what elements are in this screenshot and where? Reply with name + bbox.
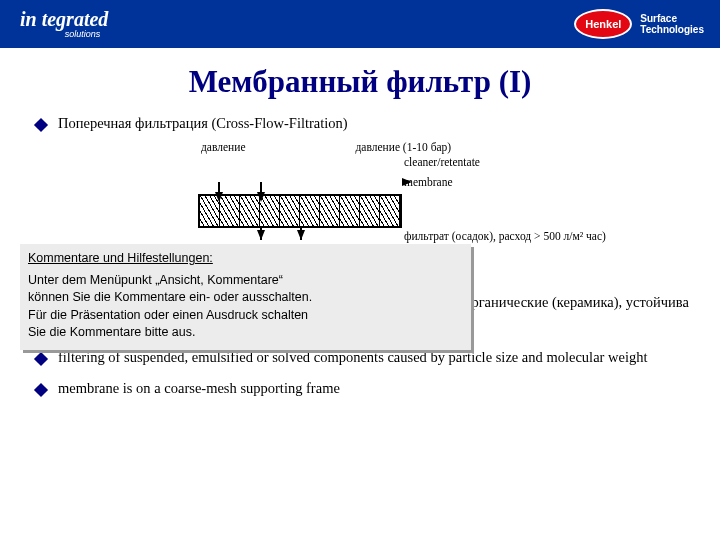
slide-title: Мембранный фильтр (I): [0, 64, 720, 100]
henkel-logo-group: Henkel Surface Technologies: [574, 9, 704, 39]
pressure-label-left: давление: [201, 141, 246, 153]
bullet-diamond-icon: [34, 383, 48, 397]
pressure-label-right: давление (1-10 бар): [356, 141, 452, 153]
surface-tech-label: Surface Technologies: [640, 13, 704, 35]
overlay-line-4: Sie die Kommentare bitte aus.: [28, 324, 463, 342]
membrane-box-icon: [198, 194, 402, 228]
henkel-text: Henkel: [585, 18, 621, 30]
bullet-4-text: filtering of suspended, emulsified or so…: [58, 348, 692, 367]
arrow-down-icon: [215, 192, 223, 202]
filtrate-label: фильтрат (осадок), расход > 500 л/м² час…: [404, 230, 692, 242]
bullet-5: membrane is on a coarse-mesh supporting …: [36, 379, 692, 398]
bullet-1-text: Поперечная фильтрация (Cross-Flow-Filtra…: [58, 114, 692, 133]
logo-sub-text: solutions: [20, 29, 100, 39]
arrow-down-icon: [257, 192, 265, 202]
henkel-oval-icon: Henkel: [574, 9, 632, 39]
bullet-4: filtering of suspended, emulsified or so…: [36, 348, 692, 367]
overlay-line-1: Unter dem Menüpunkt „Ansicht, Kommentare…: [28, 272, 463, 290]
integrated-logo: in tegrated solutions: [20, 9, 108, 39]
diagram-top-labels: давление давление (1-10 бар): [201, 141, 692, 153]
membrane-diagram: давление давление (1-10 бар) cleaner/ret…: [186, 141, 692, 242]
bullet-5-text: membrane is on a coarse-mesh supporting …: [58, 379, 692, 398]
overlay-line-2: können Sie die Kommentare ein- oder auss…: [28, 289, 463, 307]
arrow-down-icon: [257, 230, 265, 240]
bullet-1: Поперечная фильтрация (Cross-Flow-Filtra…: [36, 114, 692, 133]
slide-header: in tegrated solutions Henkel Surface Tec…: [0, 0, 720, 48]
logo-main-text: in tegrated: [20, 9, 108, 29]
arrow-right-icon: [402, 178, 412, 186]
bullet-diamond-icon: [34, 118, 48, 132]
comment-overlay: Kommentare und Hilfestellungen: Unter de…: [20, 244, 471, 350]
bullet-diamond-icon: [34, 352, 48, 366]
cleaner-label: cleaner/retentate: [404, 153, 692, 171]
membrane-label: membrane: [404, 173, 692, 191]
arrow-down-icon: [297, 230, 305, 240]
overlay-title: Kommentare und Hilfestellungen:: [28, 250, 463, 268]
overlay-line-3: Für die Präsentation oder einen Ausdruck…: [28, 307, 463, 325]
